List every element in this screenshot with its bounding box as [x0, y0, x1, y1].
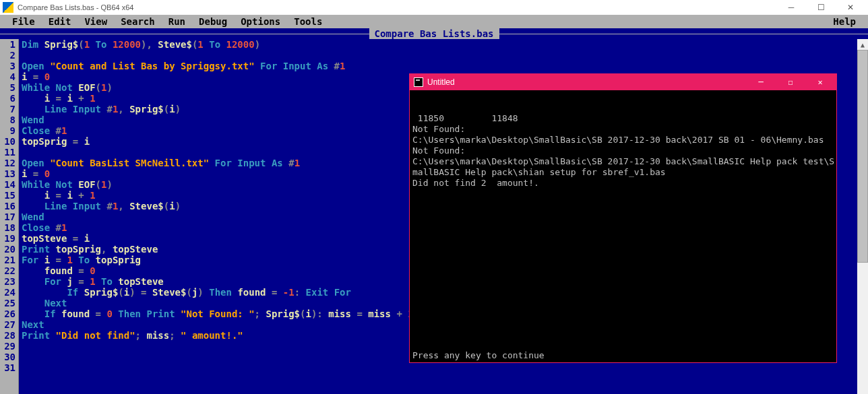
- line-number: 18: [1, 222, 16, 233]
- code-line[interactable]: [22, 341, 414, 352]
- console-line: mallBASIC Help pack\shian setup for sbre…: [412, 167, 834, 178]
- code-line[interactable]: Print "Did not find"; miss; " amount!.": [22, 330, 414, 341]
- code-line[interactable]: Dim Sprig$(1 To 12000), Steve$(1 To 1200…: [22, 39, 414, 50]
- code-line[interactable]: Next: [22, 319, 414, 330]
- line-number: 16: [1, 201, 16, 211]
- console-close-button[interactable]: ✕: [805, 74, 835, 90]
- line-number-gutter: 1234567891011121314151617181920212223242…: [0, 39, 19, 394]
- line-number: 22: [1, 265, 16, 276]
- code-line[interactable]: i = i + 1: [22, 93, 414, 104]
- menu-edit[interactable]: Edit: [42, 16, 78, 27]
- code-line[interactable]: [22, 352, 414, 362]
- code-line[interactable]: i = 0: [22, 168, 414, 179]
- console-output: 11850 11848Not Found:C:\Users\marka\Desk…: [410, 90, 836, 362]
- code-line[interactable]: If Sprig$(i) = Steve$(j) Then found = -1…: [22, 287, 414, 298]
- line-number: 24: [1, 287, 16, 298]
- console-icon: [414, 77, 423, 87]
- line-number: 2: [1, 50, 16, 61]
- code-line[interactable]: For i = 1 To topSprig: [22, 255, 414, 265]
- console-titlebar[interactable]: Untitled ─ ☐ ✕: [410, 74, 836, 90]
- code-line[interactable]: i = i + 1: [22, 190, 414, 201]
- line-number: 29: [1, 341, 16, 352]
- console-line: C:\Users\marka\Desktop\SmallBasic\SB 201…: [412, 135, 834, 145]
- line-number: 28: [1, 330, 16, 341]
- console-maximize-button[interactable]: ☐: [776, 74, 805, 90]
- line-number: 23: [1, 276, 16, 287]
- minimize-button[interactable]: ─: [776, 0, 806, 15]
- code-line[interactable]: Wend: [22, 114, 414, 125]
- code-line[interactable]: Close #1: [22, 125, 414, 136]
- code-line[interactable]: Line Input #1, Steve$(i): [22, 201, 414, 211]
- menu-run[interactable]: Run: [162, 16, 192, 27]
- console-line: Not Found:: [412, 145, 834, 156]
- line-number: 21: [1, 255, 16, 265]
- line-number: 25: [1, 298, 16, 308]
- menu-file[interactable]: File: [5, 16, 42, 27]
- line-number: 11: [1, 147, 16, 158]
- code-line[interactable]: topSprig = i: [22, 136, 414, 147]
- line-number: 17: [1, 211, 16, 222]
- line-number: 3: [1, 61, 16, 71]
- scrollbar-up-arrow[interactable]: ▲: [857, 39, 868, 50]
- menu-view[interactable]: View: [78, 16, 114, 27]
- code-line[interactable]: [22, 50, 414, 61]
- code-line[interactable]: Open "Count BasList SMcNeill.txt" For In…: [22, 158, 414, 168]
- tabbar: Compare Bas Lists.bas: [0, 28, 868, 39]
- code-line[interactable]: While Not EOF(1): [22, 179, 414, 190]
- menu-options[interactable]: Options: [234, 16, 287, 27]
- console-line: C:\Users\marka\Desktop\SmallBasic\SB 201…: [412, 156, 834, 167]
- line-number: 7: [1, 104, 16, 114]
- code-line[interactable]: [22, 147, 414, 158]
- line-number: 26: [1, 308, 16, 319]
- code-line[interactable]: i = 0: [22, 71, 414, 82]
- console-title: Untitled: [427, 77, 455, 87]
- line-number: 13: [1, 168, 16, 179]
- line-number: 12: [1, 158, 16, 168]
- line-number: 30: [1, 352, 16, 362]
- console-line: Did not find 2 amount!.: [412, 178, 834, 189]
- code-line[interactable]: Next: [22, 298, 414, 308]
- window-titlebar: Compare Bas Lists.bas - QB64 x64 ─ ☐ ✕: [0, 0, 868, 15]
- line-number: 4: [1, 71, 16, 82]
- app-icon: [3, 2, 13, 13]
- code-area[interactable]: Dim Sprig$(1 To 12000), Steve$(1 To 1200…: [19, 39, 414, 394]
- menu-tools[interactable]: Tools: [287, 16, 329, 27]
- code-line[interactable]: topSteve = i: [22, 233, 414, 244]
- code-line[interactable]: Wend: [22, 211, 414, 222]
- line-number: 27: [1, 319, 16, 330]
- line-number: 20: [1, 244, 16, 255]
- tab-current-file[interactable]: Compare Bas Lists.bas: [369, 28, 499, 39]
- code-line[interactable]: While Not EOF(1): [22, 82, 414, 93]
- code-line[interactable]: Line Input #1, Sprig$(i): [22, 104, 414, 114]
- code-line[interactable]: If found = 0 Then Print "Not Found: "; S…: [22, 308, 414, 319]
- window-title: Compare Bas Lists.bas - QB64 x64: [18, 3, 133, 11]
- menubar: FileEditViewSearchRunDebugOptionsTools H…: [0, 15, 868, 28]
- code-line[interactable]: For j = 1 To topSteve: [22, 276, 414, 287]
- code-line[interactable]: [22, 362, 414, 373]
- line-number: 14: [1, 179, 16, 190]
- console-window: Untitled ─ ☐ ✕ 11850 11848Not Found:C:\U…: [409, 73, 837, 363]
- line-number: 5: [1, 82, 16, 93]
- console-line: 11850 11848: [412, 113, 834, 124]
- line-number: 8: [1, 114, 16, 125]
- close-button[interactable]: ✕: [836, 0, 865, 15]
- line-number: 31: [1, 362, 16, 373]
- code-line[interactable]: Print topSprig, topSteve: [22, 244, 414, 255]
- console-minimize-button[interactable]: ─: [746, 74, 776, 90]
- maximize-button[interactable]: ☐: [806, 0, 836, 15]
- code-line[interactable]: Close #1: [22, 222, 414, 233]
- line-number: 6: [1, 93, 16, 104]
- line-number: 10: [1, 136, 16, 147]
- console-line: Not Found:: [412, 124, 834, 135]
- menu-debug[interactable]: Debug: [192, 16, 234, 27]
- vertical-scrollbar[interactable]: ▲: [857, 39, 868, 394]
- scrollbar-thumb[interactable]: [857, 50, 868, 263]
- line-number: 19: [1, 233, 16, 244]
- menu-help[interactable]: Help: [826, 16, 863, 27]
- line-number: 9: [1, 125, 16, 136]
- line-number: 1: [1, 39, 16, 50]
- menu-search[interactable]: Search: [114, 16, 162, 27]
- code-line[interactable]: Open "Count and List Bas by Spriggsy.txt…: [22, 61, 414, 71]
- code-line[interactable]: found = 0: [22, 265, 414, 276]
- console-prompt: Press any key to continue: [412, 350, 545, 361]
